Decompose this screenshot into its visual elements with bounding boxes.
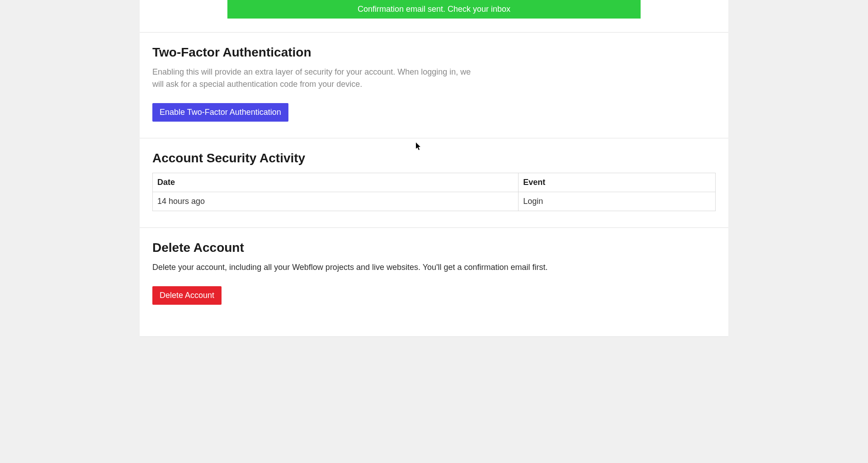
delete-account-title: Delete Account: [152, 241, 716, 255]
table-header-event: Event: [519, 173, 716, 192]
two-factor-title: Two-Factor Authentication: [152, 45, 716, 60]
cell-date: 14 hours ago: [153, 192, 519, 211]
delete-account-button[interactable]: Delete Account: [152, 286, 222, 305]
confirmation-alert: Confirmation email sent. Check your inbo…: [227, 0, 641, 19]
delete-account-description: Delete your account, including all your …: [152, 261, 716, 274]
two-factor-description: Enabling this will provide an extra laye…: [152, 66, 482, 90]
account-activity-title: Account Security Activity: [152, 151, 716, 165]
activity-table: Date Event 14 hours ago Login: [152, 173, 716, 211]
account-activity-section: Account Security Activity Date Event 14 …: [140, 138, 728, 227]
table-header-row: Date Event: [153, 173, 716, 192]
alert-text: Confirmation email sent. Check your inbo…: [358, 5, 510, 14]
settings-container: Confirmation email sent. Check your inbo…: [140, 0, 728, 337]
delete-account-section: Delete Account Delete your account, incl…: [140, 227, 728, 336]
two-factor-section: Two-Factor Authentication Enabling this …: [140, 32, 728, 138]
table-header-date: Date: [153, 173, 519, 192]
cell-event: Login: [519, 192, 716, 211]
table-row: 14 hours ago Login: [153, 192, 716, 211]
enable-two-factor-button[interactable]: Enable Two-Factor Authentication: [152, 103, 288, 122]
